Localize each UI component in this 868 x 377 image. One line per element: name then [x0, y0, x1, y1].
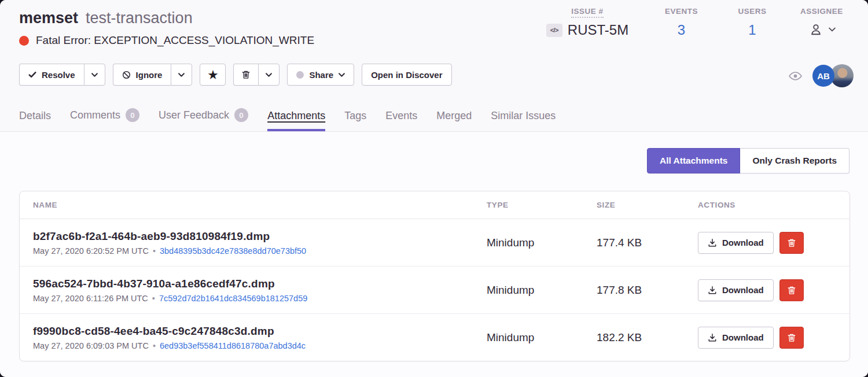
meta-separator: •: [153, 246, 156, 256]
resolve-button[interactable]: Resolve: [19, 64, 84, 86]
stat-assignee: ASSIGNEE: [787, 7, 856, 38]
attachment-name-cell: f9990bc8-cd58-4ee4-ba45-c9c247848c3d.dmp…: [20, 325, 487, 350]
event-id-link[interactable]: 3bd48395b3dc42e7838e8dd70e73bf50: [160, 246, 306, 256]
meta-separator: •: [153, 341, 156, 350]
users-count[interactable]: 1: [718, 22, 787, 38]
attachment-actions: Download: [698, 327, 849, 349]
trash-icon: [787, 333, 796, 342]
trash-icon: [241, 70, 251, 79]
download-button[interactable]: Download: [698, 327, 774, 349]
tab-merged[interactable]: Merged: [436, 110, 472, 131]
filter-only-crash-reports-button[interactable]: Only Crash Reports: [740, 148, 849, 173]
stat-events: EVENTS 3: [645, 7, 718, 38]
code-icon: </>: [546, 24, 562, 37]
column-header-size: SIZE: [597, 201, 698, 209]
attachment-timestamp: May 27, 2020 6:11:26 PM UTC: [33, 294, 148, 303]
tab-similar-issues[interactable]: Similar Issues: [491, 110, 556, 131]
issue-number-value[interactable]: </> RUST-5M: [529, 22, 645, 38]
ignore-button[interactable]: Ignore: [113, 64, 171, 86]
attachment-size: 177.4 KB: [597, 236, 698, 249]
issue-stats: ISSUE # </> RUST-5M EVENTS 3 USERS 1 ASS…: [529, 7, 856, 38]
delete-button-group: [233, 64, 279, 86]
error-level-dot: [19, 36, 29, 46]
assignee-label: ASSIGNEE: [787, 7, 856, 16]
resolve-button-group: Resolve: [19, 64, 105, 86]
ban-icon: [122, 71, 131, 79]
share-status-dot: [296, 71, 304, 79]
attachment-size: 182.2 KB: [597, 331, 698, 344]
resolve-dropdown-button[interactable]: [84, 64, 105, 86]
tab-attachments[interactable]: Attachments: [267, 110, 325, 131]
column-header-actions: ACTIONS: [698, 201, 849, 209]
bookmark-button[interactable]: ★: [200, 64, 226, 86]
subscribe-eye-icon[interactable]: [788, 69, 803, 83]
delete-attachment-button[interactable]: [779, 279, 804, 301]
attachment-type: Minidump: [487, 236, 597, 249]
attachment-timestamp: May 27, 2020 6:09:03 PM UTC: [33, 341, 149, 350]
error-message: Fatal Error: EXCEPTION_ACCESS_VIOLATION_…: [36, 34, 314, 47]
feedback-count-badge: 0: [234, 108, 248, 122]
attachment-name-cell: 596ac524-7bbd-4b37-910a-a1e86cedf47c.dmp…: [20, 278, 487, 303]
person-icon: [808, 22, 823, 37]
ignore-dropdown-button[interactable]: [171, 64, 192, 86]
download-label: Download: [722, 332, 764, 342]
users-label: USERS: [718, 7, 787, 16]
delete-attachment-button[interactable]: [779, 327, 804, 349]
attachment-type: Minidump: [487, 284, 597, 297]
stat-users: USERS 1: [718, 7, 787, 38]
attachments-content: All Attachments Only Crash Reports NAME …: [0, 132, 868, 377]
ignore-button-group: Ignore: [113, 64, 193, 86]
chevron-down-icon: [91, 73, 98, 77]
tab-user-feedback[interactable]: User Feedback 0: [159, 108, 248, 131]
download-icon: [708, 286, 717, 295]
attachment-type: Minidump: [487, 331, 597, 344]
toolbar-right: AB: [788, 64, 854, 87]
table-header: NAME TYPE SIZE ACTIONS: [20, 191, 849, 219]
attachment-filename: 596ac524-7bbd-4b37-910a-a1e86cedf47c.dmp: [33, 278, 487, 290]
tab-comments[interactable]: Comments 0: [70, 108, 139, 131]
issue-header: memset test-transaction Fatal Error: EXC…: [0, 0, 868, 132]
delete-dropdown-button[interactable]: [258, 64, 279, 86]
action-toolbar: Resolve Ignore: [19, 64, 452, 86]
issue-short-id: RUST-5M: [568, 22, 628, 38]
events-label: EVENTS: [645, 7, 718, 16]
attachment-meta: May 27, 2020 6:20:52 PM UTC • 3bd48395b3…: [33, 246, 487, 256]
open-in-discover-button[interactable]: Open in Discover: [362, 64, 451, 86]
tab-details[interactable]: Details: [19, 110, 51, 131]
event-id-link[interactable]: 7c592d7d2b1641dc834569b181257d59: [159, 294, 307, 303]
delete-attachment-button[interactable]: [779, 232, 804, 254]
download-icon: [708, 333, 717, 342]
ignore-label: Ignore: [136, 70, 163, 80]
event-id-link[interactable]: 6ed93b3ef558411d8618780a7abd3d4c: [160, 341, 306, 350]
avatar[interactable]: AB: [812, 65, 834, 87]
download-icon: [708, 238, 717, 247]
chevron-down-icon: [339, 73, 345, 77]
download-button[interactable]: Download: [698, 279, 774, 301]
table-row: 596ac524-7bbd-4b37-910a-a1e86cedf47c.dmp…: [20, 267, 849, 314]
tab-events[interactable]: Events: [385, 110, 417, 131]
filter-all-attachments-button[interactable]: All Attachments: [647, 148, 740, 173]
resolve-label: Resolve: [42, 70, 75, 80]
share-label: Share: [309, 70, 333, 80]
assignee-selector[interactable]: [787, 22, 856, 37]
table-row: f9990bc8-cd58-4ee4-ba45-c9c247848c3d.dmp…: [20, 314, 849, 361]
attachment-timestamp: May 27, 2020 6:20:52 PM UTC: [33, 246, 149, 256]
chevron-down-icon: [829, 27, 836, 32]
tab-tags[interactable]: Tags: [344, 110, 366, 131]
open-in-discover-label: Open in Discover: [371, 70, 442, 80]
events-count[interactable]: 3: [645, 22, 718, 38]
column-header-type: TYPE: [487, 201, 597, 209]
issue-number-label: ISSUE #: [529, 7, 645, 16]
issue-title: memset test-transaction: [19, 8, 314, 28]
attachment-filename: f9990bc8-cd58-4ee4-ba45-c9c247848c3d.dmp: [33, 325, 487, 338]
delete-issue-button[interactable]: [233, 64, 258, 86]
attachment-meta: May 27, 2020 6:11:26 PM UTC • 7c592d7d2b…: [33, 294, 487, 303]
attachment-size: 177.8 KB: [597, 284, 698, 297]
trash-icon: [787, 238, 796, 247]
download-button[interactable]: Download: [698, 232, 774, 254]
attachment-name-cell: b2f7ac6b-f2a1-464b-aeb9-93d810984f19.dmp…: [20, 230, 487, 256]
title-block: memset test-transaction Fatal Error: EXC…: [19, 8, 314, 47]
stat-issue-number: ISSUE # </> RUST-5M: [529, 7, 645, 38]
share-button[interactable]: Share: [287, 64, 354, 86]
culprit-function: memset: [19, 8, 78, 28]
